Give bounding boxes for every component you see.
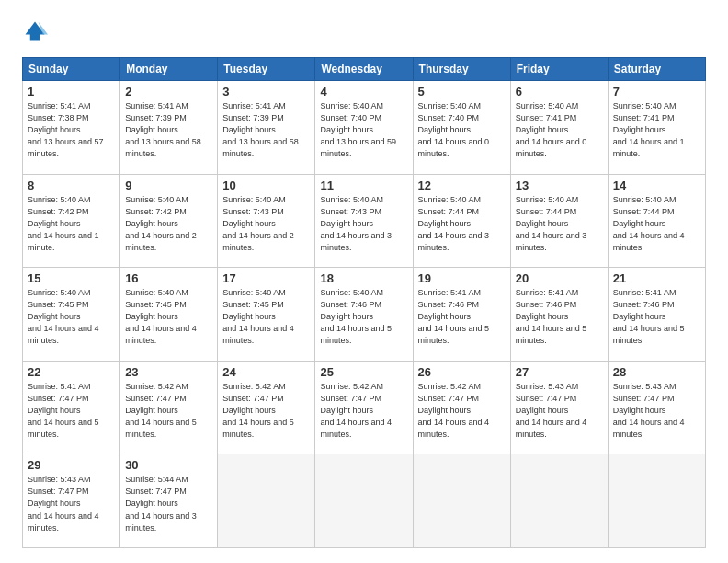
day-info: Sunrise: 5:40 AM Sunset: 7:44 PM Dayligh… bbox=[613, 194, 700, 254]
calendar-cell: 20 Sunrise: 5:41 AM Sunset: 7:46 PM Dayl… bbox=[510, 268, 608, 362]
day-number: 23 bbox=[125, 365, 212, 379]
calendar-cell bbox=[413, 454, 510, 548]
day-info: Sunrise: 5:41 AM Sunset: 7:46 PM Dayligh… bbox=[418, 287, 506, 347]
calendar-cell: 8 Sunrise: 5:40 AM Sunset: 7:42 PM Dayli… bbox=[23, 174, 120, 268]
day-number: 7 bbox=[613, 85, 700, 98]
day-info: Sunrise: 5:40 AM Sunset: 7:41 PM Dayligh… bbox=[516, 100, 603, 160]
calendar-cell: 6 Sunrise: 5:40 AM Sunset: 7:41 PM Dayli… bbox=[510, 81, 608, 175]
day-number: 6 bbox=[516, 85, 603, 98]
day-info: Sunrise: 5:40 AM Sunset: 7:46 PM Dayligh… bbox=[320, 287, 407, 347]
day-info: Sunrise: 5:41 AM Sunset: 7:39 PM Dayligh… bbox=[222, 100, 310, 160]
day-number: 19 bbox=[418, 271, 506, 285]
day-number: 14 bbox=[613, 178, 700, 192]
day-info: Sunrise: 5:40 AM Sunset: 7:42 PM Dayligh… bbox=[28, 194, 115, 254]
calendar-cell: 30 Sunrise: 5:44 AM Sunset: 7:47 PM Dayl… bbox=[120, 454, 218, 548]
day-info: Sunrise: 5:40 AM Sunset: 7:43 PM Dayligh… bbox=[320, 194, 407, 254]
calendar-header-row: SundayMondayTuesdayWednesdayThursdayFrid… bbox=[23, 58, 706, 81]
day-info: Sunrise: 5:41 AM Sunset: 7:39 PM Dayligh… bbox=[125, 100, 212, 160]
calendar-cell: 21 Sunrise: 5:41 AM Sunset: 7:46 PM Dayl… bbox=[608, 268, 705, 362]
calendar-cell: 14 Sunrise: 5:40 AM Sunset: 7:44 PM Dayl… bbox=[608, 174, 705, 268]
calendar-cell: 18 Sunrise: 5:40 AM Sunset: 7:46 PM Dayl… bbox=[315, 268, 413, 362]
calendar-week-row: 29 Sunrise: 5:43 AM Sunset: 7:47 PM Dayl… bbox=[23, 454, 706, 548]
calendar-cell: 10 Sunrise: 5:40 AM Sunset: 7:43 PM Dayl… bbox=[218, 174, 315, 268]
day-number: 25 bbox=[320, 365, 407, 379]
calendar-cell: 28 Sunrise: 5:43 AM Sunset: 7:47 PM Dayl… bbox=[608, 361, 705, 454]
calendar-cell: 25 Sunrise: 5:42 AM Sunset: 7:47 PM Dayl… bbox=[315, 361, 413, 454]
day-number: 8 bbox=[28, 178, 115, 192]
day-info: Sunrise: 5:40 AM Sunset: 7:45 PM Dayligh… bbox=[222, 287, 310, 347]
col-header-tuesday: Tuesday bbox=[218, 58, 315, 81]
day-number: 22 bbox=[28, 365, 115, 379]
day-number: 29 bbox=[28, 458, 115, 472]
calendar-table: SundayMondayTuesdayWednesdayThursdayFrid… bbox=[22, 57, 706, 548]
day-info: Sunrise: 5:43 AM Sunset: 7:47 PM Dayligh… bbox=[516, 381, 603, 441]
day-number: 1 bbox=[28, 85, 115, 98]
calendar-cell: 27 Sunrise: 5:43 AM Sunset: 7:47 PM Dayl… bbox=[510, 361, 608, 454]
day-number: 16 bbox=[125, 271, 212, 285]
day-info: Sunrise: 5:40 AM Sunset: 7:45 PM Dayligh… bbox=[125, 287, 212, 347]
svg-marker-0 bbox=[26, 22, 45, 41]
page: SundayMondayTuesdayWednesdayThursdayFrid… bbox=[0, 0, 728, 563]
header bbox=[22, 18, 706, 44]
calendar-cell: 23 Sunrise: 5:42 AM Sunset: 7:47 PM Dayl… bbox=[120, 361, 218, 454]
calendar-cell: 13 Sunrise: 5:40 AM Sunset: 7:44 PM Dayl… bbox=[510, 174, 608, 268]
day-info: Sunrise: 5:44 AM Sunset: 7:47 PM Dayligh… bbox=[125, 474, 212, 534]
calendar-cell: 3 Sunrise: 5:41 AM Sunset: 7:39 PM Dayli… bbox=[218, 81, 315, 175]
day-info: Sunrise: 5:41 AM Sunset: 7:47 PM Dayligh… bbox=[28, 381, 115, 441]
calendar-cell: 16 Sunrise: 5:40 AM Sunset: 7:45 PM Dayl… bbox=[120, 268, 218, 362]
day-info: Sunrise: 5:40 AM Sunset: 7:42 PM Dayligh… bbox=[125, 194, 212, 254]
col-header-friday: Friday bbox=[510, 58, 608, 81]
logo-icon bbox=[22, 18, 48, 44]
day-number: 9 bbox=[125, 178, 212, 192]
day-info: Sunrise: 5:41 AM Sunset: 7:46 PM Dayligh… bbox=[516, 287, 603, 347]
day-number: 4 bbox=[320, 85, 407, 98]
day-info: Sunrise: 5:41 AM Sunset: 7:38 PM Dayligh… bbox=[28, 100, 115, 160]
calendar-week-row: 8 Sunrise: 5:40 AM Sunset: 7:42 PM Dayli… bbox=[23, 174, 706, 268]
calendar-cell: 26 Sunrise: 5:42 AM Sunset: 7:47 PM Dayl… bbox=[413, 361, 510, 454]
calendar-cell: 1 Sunrise: 5:41 AM Sunset: 7:38 PM Dayli… bbox=[23, 81, 120, 175]
day-number: 20 bbox=[516, 271, 603, 285]
calendar-cell: 22 Sunrise: 5:41 AM Sunset: 7:47 PM Dayl… bbox=[23, 361, 120, 454]
calendar-cell: 9 Sunrise: 5:40 AM Sunset: 7:42 PM Dayli… bbox=[120, 174, 218, 268]
day-number: 10 bbox=[222, 178, 310, 192]
calendar-week-row: 15 Sunrise: 5:40 AM Sunset: 7:45 PM Dayl… bbox=[23, 268, 706, 362]
day-number: 24 bbox=[222, 365, 310, 379]
calendar-cell: 17 Sunrise: 5:40 AM Sunset: 7:45 PM Dayl… bbox=[218, 268, 315, 362]
day-number: 15 bbox=[28, 271, 115, 285]
col-header-sunday: Sunday bbox=[23, 58, 120, 81]
calendar-cell bbox=[218, 454, 315, 548]
day-info: Sunrise: 5:40 AM Sunset: 7:40 PM Dayligh… bbox=[418, 100, 506, 160]
calendar-cell: 19 Sunrise: 5:41 AM Sunset: 7:46 PM Dayl… bbox=[413, 268, 510, 362]
day-number: 2 bbox=[125, 85, 212, 98]
day-number: 13 bbox=[516, 178, 603, 192]
day-info: Sunrise: 5:40 AM Sunset: 7:40 PM Dayligh… bbox=[320, 100, 407, 160]
day-info: Sunrise: 5:40 AM Sunset: 7:44 PM Dayligh… bbox=[418, 194, 506, 254]
calendar-cell: 29 Sunrise: 5:43 AM Sunset: 7:47 PM Dayl… bbox=[23, 454, 120, 548]
day-info: Sunrise: 5:40 AM Sunset: 7:44 PM Dayligh… bbox=[516, 194, 603, 254]
day-number: 30 bbox=[125, 458, 212, 472]
calendar-cell: 11 Sunrise: 5:40 AM Sunset: 7:43 PM Dayl… bbox=[315, 174, 413, 268]
calendar-week-row: 1 Sunrise: 5:41 AM Sunset: 7:38 PM Dayli… bbox=[23, 81, 706, 175]
day-number: 28 bbox=[613, 365, 700, 379]
day-info: Sunrise: 5:42 AM Sunset: 7:47 PM Dayligh… bbox=[418, 381, 506, 441]
calendar-cell: 7 Sunrise: 5:40 AM Sunset: 7:41 PM Dayli… bbox=[608, 81, 705, 175]
day-info: Sunrise: 5:41 AM Sunset: 7:46 PM Dayligh… bbox=[613, 287, 700, 347]
calendar-cell: 2 Sunrise: 5:41 AM Sunset: 7:39 PM Dayli… bbox=[120, 81, 218, 175]
col-header-saturday: Saturday bbox=[608, 58, 705, 81]
day-info: Sunrise: 5:42 AM Sunset: 7:47 PM Dayligh… bbox=[320, 381, 407, 441]
calendar-cell: 15 Sunrise: 5:40 AM Sunset: 7:45 PM Dayl… bbox=[23, 268, 120, 362]
day-number: 27 bbox=[516, 365, 603, 379]
day-info: Sunrise: 5:42 AM Sunset: 7:47 PM Dayligh… bbox=[125, 381, 212, 441]
calendar-cell bbox=[315, 454, 413, 548]
day-number: 11 bbox=[320, 178, 407, 192]
day-number: 21 bbox=[613, 271, 700, 285]
calendar-week-row: 22 Sunrise: 5:41 AM Sunset: 7:47 PM Dayl… bbox=[23, 361, 706, 454]
day-number: 3 bbox=[222, 85, 310, 98]
day-number: 18 bbox=[320, 271, 407, 285]
calendar-cell: 12 Sunrise: 5:40 AM Sunset: 7:44 PM Dayl… bbox=[413, 174, 510, 268]
day-info: Sunrise: 5:43 AM Sunset: 7:47 PM Dayligh… bbox=[28, 474, 115, 534]
col-header-thursday: Thursday bbox=[413, 58, 510, 81]
col-header-wednesday: Wednesday bbox=[315, 58, 413, 81]
calendar-cell: 24 Sunrise: 5:42 AM Sunset: 7:47 PM Dayl… bbox=[218, 361, 315, 454]
day-number: 26 bbox=[418, 365, 506, 379]
